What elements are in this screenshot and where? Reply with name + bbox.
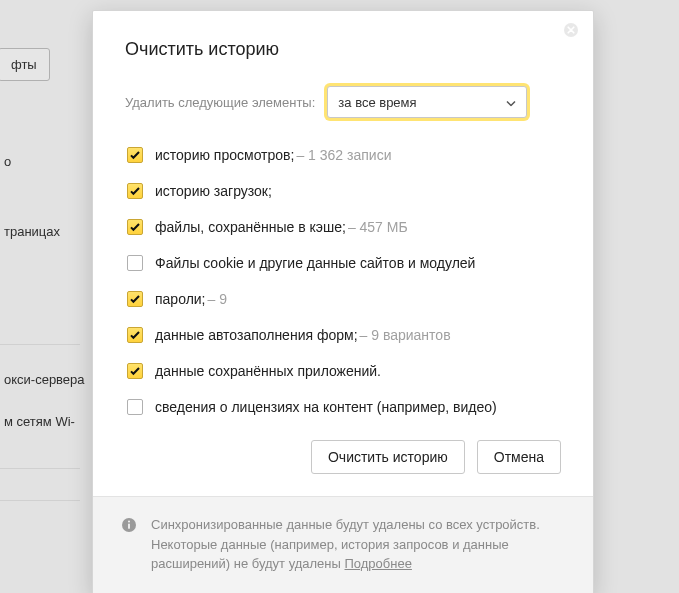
option-browsing-history: историю просмотров; – 1 362 записи [127, 144, 561, 166]
clear-history-dialog: Очистить историю Удалить следующие элеме… [92, 10, 594, 593]
checkbox-passwords[interactable] [127, 291, 143, 307]
option-meta: – 1 362 записи [296, 147, 391, 163]
option-label: историю загрузок; [155, 183, 272, 199]
time-range-select[interactable]: за все время [327, 86, 527, 118]
svg-rect-2 [128, 524, 130, 529]
time-range-row: Удалить следующие элементы: за все время [125, 86, 561, 118]
checkbox-content-licenses[interactable] [127, 399, 143, 415]
option-label: данные сохранённых приложений. [155, 363, 381, 379]
option-content-licenses: сведения о лицензиях на контент (наприме… [127, 396, 561, 418]
checkbox-cookies[interactable] [127, 255, 143, 271]
time-range-label: Удалить следующие элементы: [125, 95, 315, 110]
cancel-button[interactable]: Отмена [477, 440, 561, 474]
option-autofill: данные автозаполнения форм; – 9 варианто… [127, 324, 561, 346]
checkbox-app-data[interactable] [127, 363, 143, 379]
time-range-value: за все время [338, 95, 416, 110]
checkbox-browsing-history[interactable] [127, 147, 143, 163]
option-meta: – 9 вариантов [360, 327, 451, 343]
option-app-data: данные сохранённых приложений. [127, 360, 561, 382]
option-label: файлы, сохранённые в кэше; [155, 219, 346, 235]
checkbox-cached-files[interactable] [127, 219, 143, 235]
dialog-title: Очистить историю [125, 39, 561, 60]
dialog-buttons: Очистить историю Отмена [125, 432, 561, 496]
option-download-history: историю загрузок; [127, 180, 561, 202]
option-label: Файлы cookie и другие данные сайтов и мо… [155, 255, 475, 271]
option-cookies: Файлы cookie и другие данные сайтов и мо… [127, 252, 561, 274]
option-label: историю просмотров; [155, 147, 294, 163]
dialog-footer: Синхронизированные данные будут удалены … [93, 496, 593, 593]
close-icon [563, 22, 579, 41]
option-label: сведения о лицензиях на контент (наприме… [155, 399, 497, 415]
close-button[interactable] [561, 21, 581, 41]
option-passwords: пароли; – 9 [127, 288, 561, 310]
checkbox-download-history[interactable] [127, 183, 143, 199]
option-label: пароли; [155, 291, 206, 307]
checkbox-autofill[interactable] [127, 327, 143, 343]
option-meta: – 457 МБ [348, 219, 408, 235]
footer-text: Синхронизированные данные будут удалены … [151, 515, 563, 574]
option-label: данные автозаполнения форм; [155, 327, 358, 343]
learn-more-link[interactable]: Подробнее [345, 556, 412, 571]
clear-history-button[interactable]: Очистить историю [311, 440, 465, 474]
chevron-down-icon [506, 95, 516, 110]
svg-point-3 [128, 521, 130, 523]
options-list: историю просмотров; – 1 362 записи истор… [127, 144, 561, 418]
option-cached-files: файлы, сохранённые в кэше; – 457 МБ [127, 216, 561, 238]
option-meta: – 9 [208, 291, 227, 307]
info-icon [121, 517, 137, 533]
